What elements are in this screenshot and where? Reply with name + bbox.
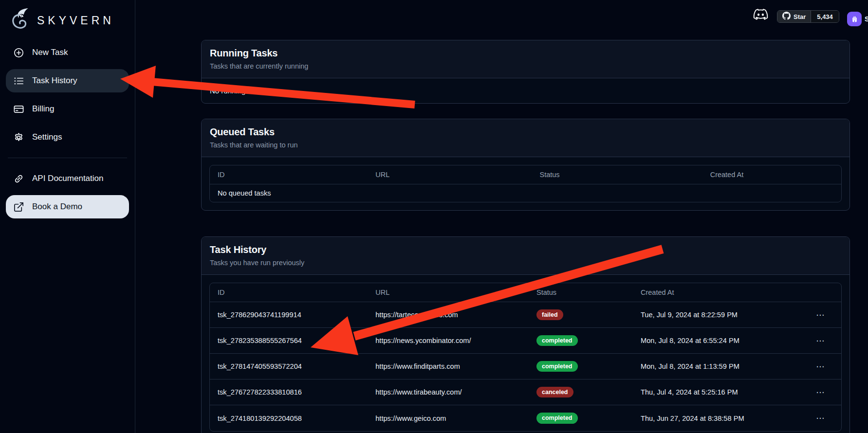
cell-id: tsk_278629043741199914 (210, 311, 368, 319)
cell-url: https://tartecosmetics.com (368, 311, 529, 319)
table-row[interactable]: tsk_278629043741199914 https://tartecosm… (210, 302, 841, 328)
table-row[interactable]: tsk_278147405593572204 https://www.findi… (210, 354, 841, 379)
sidebar-item-label: Billing (32, 104, 54, 114)
sidebar-item-label: Task History (32, 76, 77, 86)
primary-nav: New Task Task History Billing Settings (6, 41, 129, 149)
task-history-header: Task History Tasks you have run previous… (202, 237, 850, 275)
discord-icon[interactable] (753, 8, 768, 22)
cell-status: completed (529, 361, 633, 372)
row-actions-ellipsis[interactable]: ⋯ (816, 336, 825, 345)
cell-status: failed (529, 309, 633, 320)
cell-created-at: Thu, Jun 27, 2024 at 8:38:58 PM (633, 415, 800, 422)
account-name-partial[interactable]: Sk (865, 15, 868, 23)
cell-actions: ⋯ (800, 336, 841, 346)
brand-name: SKYVERN (37, 14, 114, 27)
dragon-logo-icon (8, 7, 32, 34)
main-content: Running Tasks Tasks that are currently r… (201, 40, 850, 433)
github-star-label: Star (794, 13, 806, 20)
sidebar-divider (8, 158, 127, 158)
cell-created-at: Tue, Jul 9, 2024 at 8:22:59 PM (633, 311, 800, 319)
card-title: Task History (210, 244, 841, 255)
column-header-created-at: Created At (633, 289, 800, 296)
queued-tasks-table: ID URL Status Created At No queued tasks (209, 165, 842, 202)
queued-tasks-body: ID URL Status Created At No queued tasks (202, 157, 850, 210)
cell-id: tsk_278235388555267564 (210, 337, 368, 344)
sidebar-item-label: Book a Demo (32, 202, 82, 212)
running-tasks-header: Running Tasks Tasks that are currently r… (202, 40, 850, 78)
sidebar-item-settings[interactable]: Settings (6, 126, 129, 149)
sidebar-item-label: New Task (32, 48, 68, 57)
queued-tasks-header: Queued Tasks Tasks that are waiting to r… (202, 119, 850, 157)
status-badge: completed (536, 413, 578, 423)
list-icon (13, 75, 24, 87)
sidebar-item-label: API Documentation (32, 174, 103, 183)
queued-tasks-card: Queued Tasks Tasks that are waiting to r… (201, 119, 850, 211)
running-tasks-card: Running Tasks Tasks that are currently r… (201, 40, 850, 104)
queued-table-header: ID URL Status Created At (210, 165, 841, 184)
plus-circle-icon (13, 47, 24, 58)
row-actions-ellipsis[interactable]: ⋯ (816, 362, 825, 371)
history-table-header: ID URL Status Created At (210, 283, 841, 302)
cell-url: https://news.ycombinator.com/ (368, 337, 529, 344)
task-history-card: Task History Tasks you have run previous… (201, 236, 850, 433)
link-icon (13, 173, 24, 184)
sidebar-item-new-task[interactable]: New Task (6, 41, 129, 64)
cell-status: completed (529, 335, 633, 346)
cell-actions: ⋯ (800, 310, 841, 320)
column-header-created-at: Created At (702, 171, 841, 179)
cell-created-at: Mon, Jul 8, 2024 at 1:13:59 PM (633, 362, 800, 370)
table-row[interactable]: tsk_276727822333810816 https://www.tirab… (210, 379, 841, 405)
cell-status: canceled (529, 387, 633, 397)
column-header-status: Status (529, 289, 633, 296)
queued-tasks-empty-row: No queued tasks (210, 184, 841, 202)
card-subtitle: Tasks that are currently running (210, 62, 841, 70)
card-subtitle: Tasks that are waiting to run (210, 141, 841, 149)
github-star-button[interactable]: Star 5,434 (777, 10, 839, 23)
external-link-icon (13, 201, 24, 213)
sidebar-item-task-history[interactable]: Task History (6, 69, 129, 92)
column-header-status: Status (532, 171, 702, 179)
sidebar-item-api-documentation[interactable]: API Documentation (6, 167, 129, 190)
row-actions-ellipsis[interactable]: ⋯ (816, 310, 825, 320)
cell-status: completed (529, 413, 633, 423)
task-history-body: ID URL Status Created At tsk_27862904374… (202, 275, 850, 433)
history-table-body: tsk_278629043741199914 https://tartecosm… (210, 302, 841, 431)
cell-actions: ⋯ (800, 413, 841, 423)
table-row[interactable]: tsk_278235388555267564 https://news.ycom… (210, 328, 841, 354)
secondary-nav: API Documentation Book a Demo (6, 167, 129, 218)
table-row[interactable]: tsk_274180139292204058 https://www.geico… (210, 405, 841, 431)
status-badge: failed (536, 309, 563, 320)
topbar: Star 5,434 Sk (135, 0, 868, 30)
card-subtitle: Tasks you have run previously (210, 259, 841, 267)
cell-id: tsk_276727822333810816 (210, 388, 368, 396)
sidebar-item-billing[interactable]: Billing (6, 97, 129, 121)
github-icon (782, 12, 791, 21)
cell-url: https://www.tirabeauty.com/ (368, 388, 529, 396)
organization-avatar[interactable] (847, 12, 862, 26)
card-title: Queued Tasks (210, 126, 841, 138)
cell-actions: ⋯ (800, 361, 841, 372)
task-history-table: ID URL Status Created At tsk_27862904374… (209, 283, 842, 432)
row-actions-ellipsis[interactable]: ⋯ (816, 388, 825, 397)
cell-id: tsk_278147405593572204 (210, 362, 368, 370)
cell-created-at: Mon, Jul 8, 2024 at 6:55:24 PM (633, 337, 800, 344)
status-badge: canceled (536, 387, 573, 397)
status-badge: completed (536, 361, 578, 372)
running-tasks-empty-text: No running tasks (202, 78, 850, 103)
row-actions-ellipsis[interactable]: ⋯ (816, 414, 825, 423)
sidebar: SKYVERN New Task Task History Billing (0, 0, 135, 433)
sidebar-item-book-a-demo[interactable]: Book a Demo (6, 195, 129, 218)
column-header-id: ID (210, 289, 368, 296)
column-header-id: ID (210, 171, 368, 179)
queued-tasks-empty-text: No queued tasks (210, 189, 279, 197)
cell-id: tsk_274180139292204058 (210, 415, 368, 422)
credit-card-icon (13, 103, 24, 115)
card-title: Running Tasks (210, 48, 841, 59)
gear-icon (13, 131, 24, 143)
sidebar-item-label: Settings (32, 132, 62, 142)
cell-url: https://www.geico.com (368, 415, 529, 422)
column-header-url: URL (368, 171, 532, 179)
cell-created-at: Thu, Jul 4, 2024 at 5:25:16 PM (633, 388, 800, 396)
column-header-url: URL (368, 289, 529, 296)
brand-logo-row: SKYVERN (6, 7, 129, 34)
